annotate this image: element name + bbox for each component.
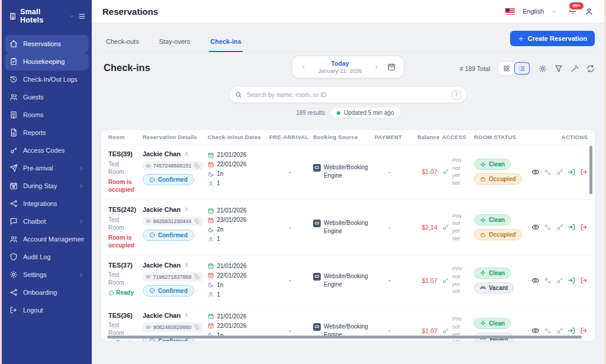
access-code-button[interactable] <box>556 168 564 176</box>
check-out-button[interactable] <box>580 327 588 335</box>
list-view-button[interactable] <box>514 62 530 75</box>
chevron-down-icon[interactable] <box>552 9 557 14</box>
check-in-date: 21/01/2026 <box>217 206 247 215</box>
room-readiness-note: Ready <box>108 289 140 297</box>
key-icon[interactable] <box>442 277 449 284</box>
sidebar-item-onboarding[interactable]: Onboarding <box>5 284 89 301</box>
housekeeping-button[interactable] <box>543 223 552 231</box>
sidebar-item-reservations[interactable]: Reservations <box>5 35 89 53</box>
notifications-button[interactable]: 99+ <box>568 6 577 17</box>
sidebar-item-during-stay[interactable]: During Stay <box>5 177 89 195</box>
sidebar-header[interactable]: Small Hotels <box>2 0 92 30</box>
search-input[interactable] <box>247 91 447 98</box>
clean-status-badge: Clean <box>474 318 511 329</box>
sparkle-icon <box>480 162 486 167</box>
sidebar-item-rooms[interactable]: Rooms <box>5 106 89 124</box>
copy-icon[interactable] <box>194 163 199 169</box>
sidebar-item-guests[interactable]: Guests <box>5 88 89 106</box>
brand-name: Small Hotels <box>20 8 65 24</box>
nights-count: 1n <box>217 281 224 290</box>
sidebar-item-reports[interactable]: Reports <box>5 124 89 141</box>
sidebar-item-account-management[interactable]: Account Management <box>5 230 89 248</box>
sidebar-item-label: Audit Log <box>23 253 50 260</box>
sidebar-item-settings[interactable]: Settings <box>5 266 89 284</box>
view-details-button[interactable] <box>531 168 540 176</box>
access-code-button[interactable] <box>556 276 564 285</box>
check-out-button[interactable] <box>580 276 588 285</box>
filter-button[interactable] <box>555 65 563 73</box>
reservation-id-pill[interactable]: ID 9082480829860 <box>143 323 203 332</box>
room-cell: TES(242) Test Room Room is occupied <box>108 206 140 249</box>
tab-check-ins[interactable]: Check-ins <box>209 33 243 52</box>
room-status-cell: Clean Vacant <box>474 268 539 294</box>
room-name: Test Room <box>108 216 128 231</box>
reservation-status-badge: Confirmed <box>143 285 194 297</box>
create-reservation-button[interactable]: Create Reservation <box>510 31 595 46</box>
automation-button[interactable] <box>570 65 579 73</box>
ready-icon <box>108 290 114 296</box>
language-selector[interactable]: English <box>523 8 544 15</box>
sidebar-item-integrations[interactable]: Integrations <box>5 195 89 212</box>
check-in-button[interactable] <box>568 223 576 231</box>
housekeeping-button[interactable] <box>543 168 552 176</box>
key-icon[interactable] <box>442 168 449 175</box>
check-in-button[interactable] <box>568 327 576 335</box>
sidebar-item-housekeeping[interactable]: Housekeeping <box>5 53 89 70</box>
table-body: TES(39) Test Room Room is occupied Jacki… <box>101 144 595 341</box>
copy-icon[interactable] <box>194 324 199 330</box>
tab-check-outs[interactable]: Check-outs <box>105 33 140 51</box>
housekeeping-button[interactable] <box>543 276 552 285</box>
sidebar-item-label: Settings <box>23 271 47 278</box>
check-out-button[interactable] <box>580 223 588 231</box>
previous-day-button[interactable] <box>301 64 307 70</box>
search-bar[interactable]: / <box>230 87 466 102</box>
refresh-button[interactable] <box>586 65 595 73</box>
key-icon[interactable] <box>442 224 449 231</box>
table-row[interactable]: TES(37) Test Room Ready Jackie Chan ID 7… <box>101 256 595 306</box>
guest-name: Jackie Chan <box>143 262 180 269</box>
guest-icon <box>183 207 189 212</box>
hotel-icon <box>9 12 17 20</box>
reservation-id-pill[interactable]: ID 9925831230444 <box>143 217 203 226</box>
column-settings-button[interactable] <box>539 65 547 73</box>
key-icon[interactable] <box>442 327 449 334</box>
sidebar-item-logout[interactable]: Logout <box>5 301 89 319</box>
reservation-id: 7457248668151 <box>153 163 192 169</box>
grid-view-button[interactable] <box>499 62 514 75</box>
table-row[interactable]: TES(242) Test Room Room is occupied Jack… <box>101 200 595 256</box>
view-details-button[interactable] <box>531 276 540 285</box>
actions-cell <box>541 276 588 285</box>
menu-icon[interactable] <box>78 12 86 20</box>
sidebar-item-access-codes[interactable]: Access Codes <box>5 141 89 159</box>
sidebar-item-chatbot[interactable]: Chatbot <box>5 212 89 230</box>
sidebar-item-check-in-out-logs[interactable]: Check-In/Out Logs <box>5 70 89 88</box>
column-header: Booking Source <box>313 134 372 140</box>
next-day-button[interactable] <box>373 64 380 70</box>
sidebar-item-pre-arrival[interactable]: Pre-arrival <box>5 159 89 177</box>
sidebar-item-audit-log[interactable]: Audit Log <box>5 248 89 266</box>
view-details-button[interactable] <box>531 327 540 335</box>
column-header: Reservation Details <box>143 134 205 140</box>
current-date[interactable]: Today January 21, 2026 <box>315 60 366 74</box>
check-in-button[interactable] <box>568 168 576 176</box>
sidebar-item-label: Reports <box>23 129 46 136</box>
calendar-picker-button[interactable] <box>388 63 396 71</box>
view-details-button[interactable] <box>531 223 540 231</box>
tab-stay-overs[interactable]: Stay-overs <box>158 33 192 51</box>
copy-icon[interactable] <box>194 274 199 279</box>
chevron-down-icon[interactable] <box>69 14 75 19</box>
table-row[interactable]: TES(39) Test Room Room is occupied Jacki… <box>101 144 595 200</box>
housekeeping-button[interactable] <box>543 327 552 335</box>
vertical-scrollbar[interactable] <box>589 146 592 194</box>
horizontal-scrollbar[interactable] <box>107 336 582 339</box>
user-profile-button[interactable] <box>585 7 594 16</box>
copy-icon[interactable] <box>194 218 199 224</box>
room-status-cell: Clean Occupied <box>474 214 539 240</box>
reservation-id-pill[interactable]: ID 7198271837869 <box>143 272 203 282</box>
check-out-button[interactable] <box>580 168 588 176</box>
access-code-button[interactable] <box>556 223 564 231</box>
check-in-button[interactable] <box>568 276 576 285</box>
reservation-id-pill[interactable]: ID 7457248668151 <box>143 161 203 170</box>
access-code-button[interactable] <box>556 327 564 335</box>
id-prefix: ID <box>146 218 151 224</box>
